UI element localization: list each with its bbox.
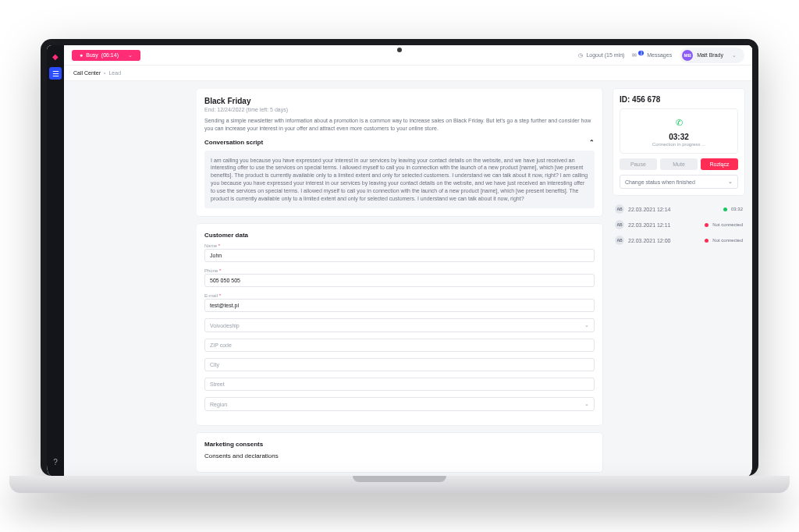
clock-icon: ◷ bbox=[578, 52, 583, 59]
mute-button[interactable]: Mute bbox=[660, 158, 698, 170]
call-panel: ID: 456 678 ✆ 03:32 Connection in progre… bbox=[613, 89, 744, 195]
campaign-card: Black Friday End: 12/24/2022 (time left:… bbox=[197, 89, 602, 216]
hangup-button[interactable]: Rozłącz bbox=[701, 158, 738, 170]
status-dot-icon bbox=[705, 239, 708, 243]
consents-sub[interactable]: Consents and declarations bbox=[204, 452, 595, 459]
pause-button[interactable]: Pause bbox=[620, 158, 657, 170]
log-row[interactable]: AB 22.03.2021 12:00 Not connected bbox=[613, 232, 744, 248]
logo-icon[interactable]: ◆ bbox=[49, 50, 62, 62]
region-select[interactable]: Region ⌄ bbox=[204, 397, 595, 411]
breadcrumb: Call Center • Lead bbox=[64, 66, 752, 81]
crumb-leaf: Lead bbox=[108, 70, 121, 76]
call-status: Connection in progress ... bbox=[627, 142, 731, 147]
user-name: Matt Brady bbox=[697, 52, 723, 58]
nav-call-center-icon[interactable]: ☰ bbox=[49, 67, 62, 80]
mail-icon: ✉ bbox=[632, 52, 637, 59]
city-field[interactable]: City bbox=[204, 358, 595, 371]
campaign-title: Black Friday bbox=[204, 97, 595, 105]
script-text: I am calling you because you have expres… bbox=[204, 151, 595, 209]
status-dot-icon bbox=[723, 207, 727, 211]
chevron-down-icon: ⌄ bbox=[728, 179, 733, 185]
messages-badge: 2 bbox=[638, 51, 644, 55]
status-selector[interactable]: ● Busy (06:14) ⌄ bbox=[72, 50, 140, 61]
lead-id: ID: 456 678 bbox=[620, 95, 738, 104]
avatar: AB bbox=[615, 204, 624, 214]
chevron-down-icon: ⌄ bbox=[584, 401, 589, 407]
status-label: Busy bbox=[86, 52, 98, 58]
customer-card: Customer data Name * John Phone * 505 05… bbox=[197, 224, 602, 425]
label-name: Name * bbox=[204, 243, 595, 248]
email-field[interactable]: test@test.pl bbox=[204, 299, 595, 312]
call-timer: 03:32 bbox=[627, 133, 731, 141]
consents-heading: Marketing consents bbox=[204, 441, 595, 448]
label-email: E-mail * bbox=[204, 293, 595, 298]
name-field[interactable]: John bbox=[204, 249, 595, 262]
chevron-down-icon: ⌄ bbox=[584, 322, 589, 328]
phone-ring-icon: ✆ bbox=[672, 115, 686, 129]
logout-link[interactable]: ◷ Logout (15 min) bbox=[578, 52, 624, 59]
street-field[interactable]: Street bbox=[204, 378, 595, 391]
status-dot-icon: ● bbox=[80, 52, 83, 58]
user-menu[interactable]: MB Matt Brady ⌄ bbox=[680, 48, 744, 63]
log-row[interactable]: AB 22.03.2021 12:11 Not connected bbox=[613, 217, 744, 232]
customer-heading: Customer data bbox=[204, 232, 595, 239]
chevron-down-icon: ⌄ bbox=[732, 52, 737, 59]
avatar: AB bbox=[615, 220, 624, 229]
status-time: (06:14) bbox=[101, 52, 119, 58]
crumb-root[interactable]: Call Center bbox=[73, 70, 101, 76]
call-log: AB 22.03.2021 12:14 03:32 AB 22.03.2021 … bbox=[613, 201, 744, 248]
consents-card: Marketing consents Consents and declarat… bbox=[197, 433, 602, 472]
phone-field[interactable]: 505 050 505 bbox=[204, 274, 595, 287]
script-toggle[interactable]: Conversation script ⌃ bbox=[204, 139, 595, 146]
label-phone: Phone * bbox=[204, 268, 595, 273]
voivodeship-select[interactable]: Voivodeship ⌄ bbox=[204, 318, 595, 332]
campaign-subtitle: End: 12/24/2022 (time left: 5 days) bbox=[204, 107, 595, 112]
log-row[interactable]: AB 22.03.2021 12:14 03:32 bbox=[613, 201, 744, 217]
status-dot-icon bbox=[705, 223, 708, 227]
chevron-up-icon: ⌃ bbox=[589, 139, 595, 146]
chevron-down-icon: ⌄ bbox=[128, 52, 133, 59]
messages-link[interactable]: ✉ 2 Messages bbox=[632, 52, 672, 59]
sidebar: ◆ ☰ ? bbox=[47, 45, 64, 476]
avatar: AB bbox=[615, 236, 624, 245]
help-icon[interactable]: ? bbox=[53, 458, 58, 466]
avatar: MB bbox=[682, 50, 693, 61]
finish-status-select[interactable]: Change status when finished ⌄ bbox=[620, 175, 738, 189]
zip-field[interactable]: ZIP code bbox=[204, 339, 595, 352]
topbar: ● Busy (06:14) ⌄ ◷ Logout (15 min) ✉ 2 M… bbox=[64, 45, 752, 66]
campaign-body: Sending a simple newsletter with informa… bbox=[204, 117, 595, 133]
